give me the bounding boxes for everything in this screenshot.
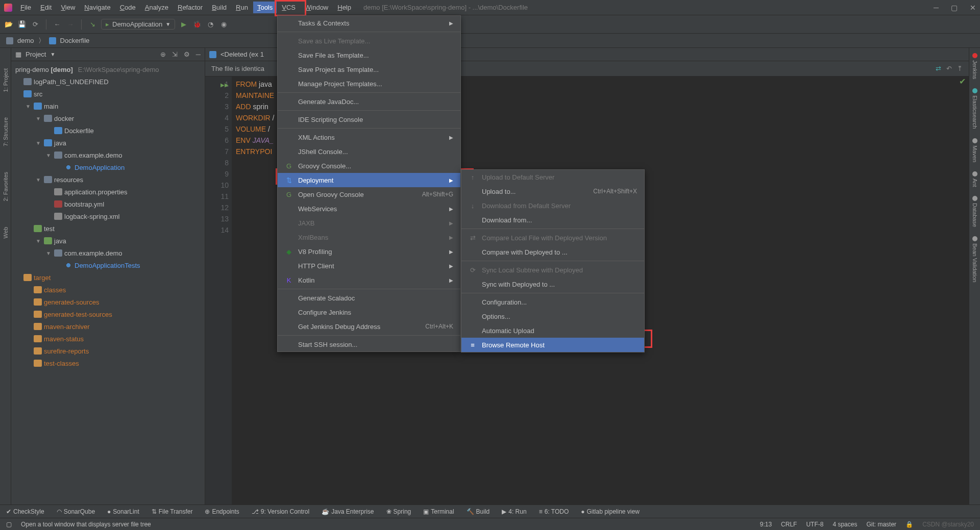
- menu-refactor[interactable]: Refactor: [174, 2, 207, 13]
- breadcrumb-item[interactable]: Dockerfile: [60, 37, 90, 44]
- menu-window[interactable]: Window: [301, 2, 332, 13]
- menu-item[interactable]: HTTP Client▶: [278, 259, 460, 273]
- coverage-icon[interactable]: ◔: [206, 20, 215, 29]
- menu-analyze[interactable]: Analyze: [141, 2, 173, 13]
- menu-tools[interactable]: Tools: [253, 2, 277, 13]
- tree-item[interactable]: classes: [11, 284, 205, 296]
- tree-item[interactable]: target: [11, 271, 205, 284]
- left-gutter-tab[interactable]: Web: [3, 227, 9, 238]
- tree-arrow-icon[interactable]: ▼: [36, 238, 42, 244]
- bottom-tool-tab[interactable]: 🔨Build: [467, 508, 490, 515]
- tree-item[interactable]: ▼com.example.demo: [11, 149, 205, 161]
- status-eol[interactable]: CRLF: [781, 521, 797, 528]
- banner-pin-icon[interactable]: ⤒: [957, 65, 963, 72]
- menu-item[interactable]: ⇅Deployment▶: [278, 173, 460, 187]
- tree-item[interactable]: DemoApplication: [11, 161, 205, 173]
- left-gutter-tab[interactable]: 7: Structure: [3, 117, 9, 146]
- tree-item[interactable]: generated-test-sources: [11, 308, 205, 320]
- tree-item[interactable]: logback-spring.xml: [11, 210, 205, 222]
- tree-item[interactable]: test-classes: [11, 357, 205, 369]
- menu-item[interactable]: Download from...: [461, 213, 644, 227]
- tree-item[interactable]: maven-status: [11, 333, 205, 345]
- sync-icon[interactable]: ⟳: [31, 20, 40, 29]
- open-icon[interactable]: 📂: [4, 20, 13, 29]
- menu-code[interactable]: Code: [116, 2, 140, 13]
- inspection-ok-icon[interactable]: ✔: [959, 77, 966, 86]
- menu-run[interactable]: Run: [232, 2, 252, 13]
- status-lock-icon[interactable]: 🔒: [905, 521, 913, 528]
- menu-item[interactable]: Compare with Deployed to ...: [461, 245, 644, 259]
- banner-action-icon[interactable]: ⇄: [936, 65, 941, 72]
- menu-item[interactable]: Configuration...: [461, 295, 644, 309]
- debug-icon[interactable]: 🐞: [192, 20, 202, 29]
- menu-item[interactable]: Save Project as Template...: [278, 62, 460, 77]
- target-icon[interactable]: ⊕: [160, 51, 166, 58]
- menu-item[interactable]: Upload to...Ctrl+Alt+Shift+X: [461, 184, 644, 198]
- close-icon[interactable]: ✕: [970, 4, 976, 12]
- right-gutter-tab[interactable]: Bean Validation: [972, 236, 978, 282]
- menu-item[interactable]: XML Actions▶: [278, 130, 460, 144]
- menu-item[interactable]: GGroovy Console...: [278, 159, 460, 173]
- menu-edit[interactable]: Edit: [36, 2, 56, 13]
- right-gutter-tab[interactable]: Ant: [972, 171, 978, 187]
- tree-item[interactable]: bootstrap.yml: [11, 198, 205, 210]
- bottom-tool-tab[interactable]: ☕Java Enterprise: [322, 508, 374, 515]
- profile-icon[interactable]: ◉: [219, 20, 228, 29]
- menu-item[interactable]: JShell Console...: [278, 144, 460, 159]
- menu-item[interactable]: Automatic Upload: [461, 323, 644, 338]
- left-gutter-tab[interactable]: 1: Project: [3, 68, 9, 92]
- menu-item[interactable]: Start SSH session...: [278, 337, 460, 351]
- menu-item[interactable]: IDE Scripting Console: [278, 112, 460, 127]
- save-icon[interactable]: 💾: [17, 20, 27, 29]
- tree-item[interactable]: application.properties: [11, 186, 205, 198]
- chevron-down-icon[interactable]: ▼: [50, 52, 55, 57]
- status-git[interactable]: Git: master: [866, 521, 896, 528]
- expand-icon[interactable]: ⇲: [172, 51, 178, 58]
- bottom-tool-tab[interactable]: ●SonarLint: [107, 508, 139, 515]
- right-gutter-tab[interactable]: Elasticsearch: [972, 88, 978, 129]
- tree-item[interactable]: ▼com.example.demo: [11, 247, 205, 259]
- breadcrumb-item[interactable]: demo: [17, 37, 34, 44]
- maximize-icon[interactable]: ▢: [951, 4, 958, 12]
- menu-item[interactable]: Generate JavaDoc...: [278, 94, 460, 109]
- menu-item[interactable]: Save File as Template...: [278, 48, 460, 62]
- forward-icon[interactable]: →: [66, 20, 75, 29]
- tree-item[interactable]: test: [11, 222, 205, 235]
- menu-item[interactable]: KKotlin▶: [278, 273, 460, 287]
- tree-item[interactable]: ▼java: [11, 137, 205, 149]
- menu-item[interactable]: WebServices▶: [278, 201, 460, 216]
- tree-arrow-icon[interactable]: ▼: [46, 250, 52, 256]
- menu-view[interactable]: View: [57, 2, 79, 13]
- menu-navigate[interactable]: Navigate: [80, 2, 114, 13]
- minimize-icon[interactable]: ─: [934, 4, 939, 12]
- bottom-tool-tab[interactable]: ▣Terminal: [423, 508, 454, 515]
- menu-item[interactable]: Configure Jenkins: [278, 305, 460, 319]
- gutter-run-icon[interactable]: ▶▶: [220, 80, 229, 91]
- menu-item[interactable]: ≡Browse Remote Host: [461, 338, 644, 352]
- status-position[interactable]: 9:13: [760, 521, 772, 528]
- bottom-tool-tab[interactable]: ⇅File Transfer: [152, 508, 193, 515]
- collapse-icon[interactable]: ─: [196, 51, 201, 58]
- menu-item[interactable]: Manage Project Templates...: [278, 77, 460, 91]
- tree-arrow-icon[interactable]: ▼: [26, 104, 32, 109]
- bottom-tool-tab[interactable]: ❀Spring: [386, 508, 411, 515]
- tree-item[interactable]: ▼docker: [11, 112, 205, 124]
- bottom-tool-tab[interactable]: ✔CheckStyle: [6, 508, 44, 515]
- tree-item[interactable]: src: [11, 88, 205, 100]
- tree-root[interactable]: pring-demo [demo] E:\WorkSpace\spring-de…: [11, 63, 205, 75]
- project-panel-title[interactable]: Project: [26, 51, 46, 58]
- project-tree[interactable]: pring-demo [demo] E:\WorkSpace\spring-de…: [11, 61, 205, 504]
- right-gutter-tab[interactable]: Jenkins: [972, 53, 978, 79]
- bottom-tool-tab[interactable]: ⊕Endpoints: [205, 508, 239, 515]
- menu-item[interactable]: Generate Scaladoc: [278, 291, 460, 305]
- tree-item[interactable]: ▼resources: [11, 173, 205, 186]
- tree-arrow-icon[interactable]: ▼: [36, 177, 42, 183]
- menu-vcs[interactable]: VCS: [278, 2, 300, 13]
- tree-item[interactable]: maven-archiver: [11, 320, 205, 333]
- menu-item[interactable]: Tasks & Contexts▶: [278, 16, 460, 30]
- right-gutter-tab[interactable]: Maven: [972, 138, 978, 162]
- bottom-tool-tab[interactable]: ≡6: TODO: [539, 508, 569, 515]
- bottom-tool-tab[interactable]: ▶4: Run: [502, 508, 526, 515]
- tree-item[interactable]: generated-sources: [11, 296, 205, 308]
- menu-build[interactable]: Build: [208, 2, 231, 13]
